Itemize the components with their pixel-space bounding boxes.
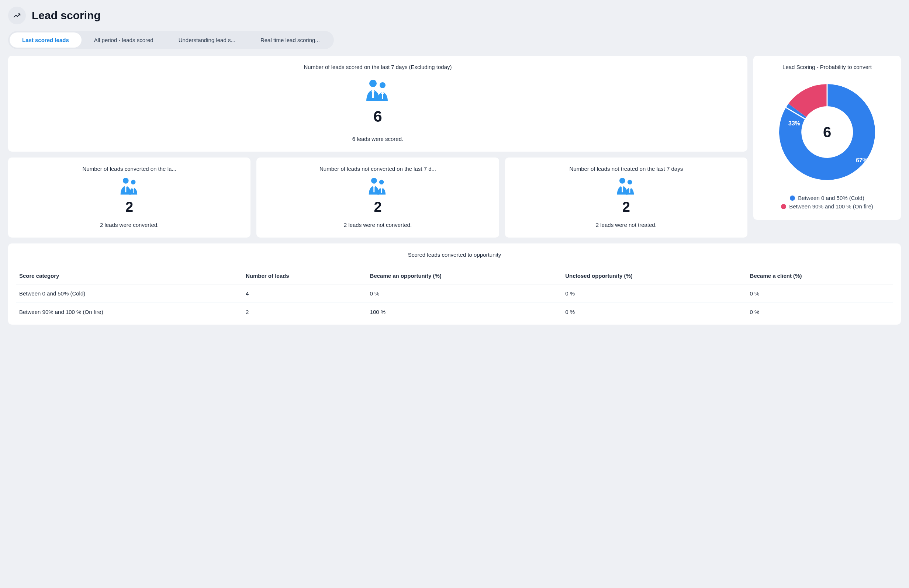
svg-point-3 bbox=[379, 82, 386, 88]
tab-all-period[interactable]: All period - leads scored bbox=[82, 32, 166, 48]
donut-seg-label-red: 33% bbox=[788, 120, 800, 127]
table-header[interactable]: Became an opportunity (%) bbox=[367, 267, 563, 284]
card-leads-not-treated: Number of leads not treated on the last … bbox=[505, 158, 748, 237]
table-cell: Between 90% and 100 % (On fire) bbox=[16, 303, 243, 321]
legend-item: Between 0 and 50% (Cold) bbox=[790, 195, 864, 201]
table-cell: 2 bbox=[243, 303, 367, 321]
svg-marker-5 bbox=[381, 91, 384, 94]
table-header[interactable]: Score category bbox=[16, 267, 243, 284]
svg-marker-2 bbox=[371, 89, 375, 92]
card-title: Number of leads scored on the last 7 day… bbox=[16, 64, 740, 70]
legend-label: Between 0 and 50% (Cold) bbox=[798, 195, 864, 201]
table-cell: 4 bbox=[243, 284, 367, 303]
metric-caption: 2 leads were not treated. bbox=[512, 222, 740, 228]
metric-caption: 2 leads were converted. bbox=[16, 222, 243, 228]
svg-point-18 bbox=[619, 178, 625, 184]
table-row: Between 90% and 100 % (On fire) 2 100 % … bbox=[16, 303, 893, 321]
table-cell: 0 % bbox=[747, 284, 893, 303]
chart-line-icon bbox=[8, 6, 26, 24]
metric-caption: 6 leads were scored. bbox=[16, 136, 740, 142]
donut-legend: Between 0 and 50% (Cold) Between 90% and… bbox=[761, 195, 893, 210]
svg-marker-23 bbox=[629, 187, 631, 189]
people-icon bbox=[119, 177, 140, 195]
donut-chart: 6 33% 67% bbox=[772, 77, 882, 187]
svg-point-6 bbox=[123, 178, 129, 184]
table-cell: 0 % bbox=[747, 303, 893, 321]
legend-item: Between 90% and 100 % (On fire) bbox=[781, 203, 873, 210]
card-title: Number of leads not converted on the las… bbox=[264, 166, 491, 172]
svg-point-21 bbox=[628, 180, 632, 185]
card-leads-not-converted: Number of leads not converted on the las… bbox=[257, 158, 499, 237]
tab-bar: Last scored leads All period - leads sco… bbox=[8, 31, 334, 49]
card-probability-donut: Lead Scoring - Probability to convert 6 … bbox=[753, 56, 901, 220]
card-title: Number of leads converted on the la... bbox=[16, 166, 243, 172]
people-icon bbox=[364, 79, 391, 101]
legend-label: Between 90% and 100 % (On fire) bbox=[789, 203, 873, 210]
card-leads-scored-7days: Number of leads scored on the last 7 day… bbox=[8, 56, 748, 152]
svg-marker-11 bbox=[132, 187, 134, 189]
svg-marker-17 bbox=[380, 187, 383, 189]
table-cell: 100 % bbox=[367, 303, 563, 321]
legend-dot-icon bbox=[781, 204, 786, 209]
metric-value: 6 bbox=[16, 108, 740, 125]
tab-last-scored-leads[interactable]: Last scored leads bbox=[10, 32, 82, 48]
table-header[interactable]: Number of leads bbox=[243, 267, 367, 284]
metric-value: 2 bbox=[16, 199, 243, 215]
table-cell: 0 % bbox=[367, 284, 563, 303]
svg-point-12 bbox=[371, 178, 377, 184]
table-title: Scored leads converted to opportunity bbox=[16, 252, 893, 258]
card-scored-leads-table: Scored leads converted to opportunity Sc… bbox=[8, 244, 901, 325]
table-header[interactable]: Became a client (%) bbox=[747, 267, 893, 284]
tab-real-time[interactable]: Real time lead scoring... bbox=[248, 32, 333, 48]
people-icon bbox=[367, 177, 389, 195]
opportunity-table: Score category Number of leads Became an… bbox=[16, 267, 893, 321]
legend-dot-icon bbox=[790, 195, 795, 201]
card-title: Lead Scoring - Probability to convert bbox=[761, 64, 893, 70]
donut-seg-label-blue: 67% bbox=[856, 157, 868, 164]
svg-point-15 bbox=[379, 180, 384, 185]
card-leads-converted: Number of leads converted on the la... 2 bbox=[8, 158, 250, 237]
donut-center-value: 6 bbox=[772, 77, 882, 187]
metric-value: 2 bbox=[264, 199, 491, 215]
svg-marker-20 bbox=[621, 185, 624, 187]
svg-marker-8 bbox=[124, 185, 127, 187]
svg-point-0 bbox=[369, 80, 377, 87]
people-icon bbox=[615, 177, 637, 195]
table-cell: 0 % bbox=[562, 284, 747, 303]
metric-value: 2 bbox=[512, 199, 740, 215]
metric-caption: 2 leads were not converted. bbox=[264, 222, 491, 228]
table-header[interactable]: Unclosed opportunity (%) bbox=[562, 267, 747, 284]
page-title: Lead scoring bbox=[32, 9, 101, 22]
table-row: Between 0 and 50% (Cold) 4 0 % 0 % 0 % bbox=[16, 284, 893, 303]
table-cell: 0 % bbox=[562, 303, 747, 321]
svg-point-9 bbox=[131, 180, 136, 185]
svg-marker-14 bbox=[373, 185, 376, 187]
tab-understanding[interactable]: Understanding lead s... bbox=[166, 32, 248, 48]
table-cell: Between 0 and 50% (Cold) bbox=[16, 284, 243, 303]
card-title: Number of leads not treated on the last … bbox=[512, 166, 740, 172]
